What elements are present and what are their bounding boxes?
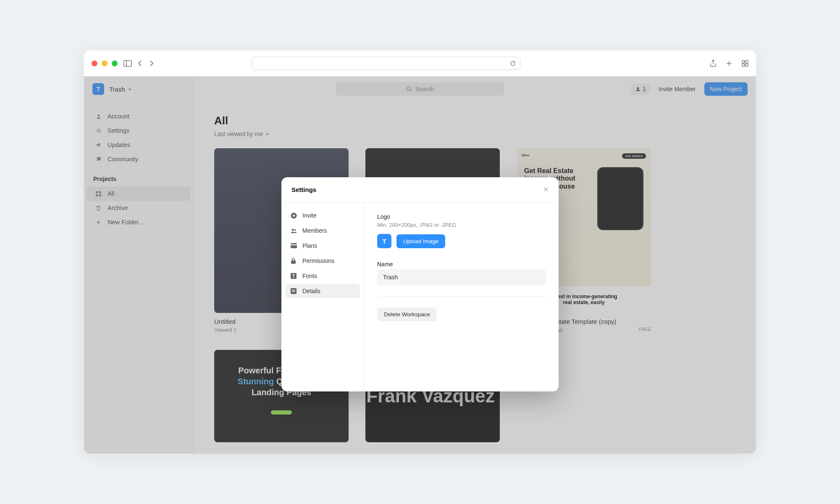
svg-text:T: T bbox=[292, 274, 295, 278]
svg-rect-5 bbox=[746, 64, 748, 66]
modal-title: Settings bbox=[291, 186, 316, 193]
svg-rect-17 bbox=[291, 243, 297, 248]
traffic-lights bbox=[92, 60, 118, 66]
svg-point-15 bbox=[292, 228, 294, 231]
tab-invite[interactable]: Invite bbox=[286, 208, 360, 223]
svg-rect-0 bbox=[124, 60, 131, 66]
minimize-window-icon[interactable] bbox=[102, 60, 108, 66]
back-icon[interactable] bbox=[138, 60, 143, 67]
url-bar[interactable] bbox=[252, 57, 520, 70]
tab-permissions[interactable]: Permissions bbox=[286, 254, 360, 268]
close-icon[interactable]: ✕ bbox=[543, 186, 549, 194]
tab-plans[interactable]: Plans bbox=[286, 239, 360, 253]
close-window-icon[interactable] bbox=[92, 60, 97, 66]
plus-circle-icon bbox=[291, 213, 297, 219]
reload-icon[interactable] bbox=[510, 60, 516, 66]
settings-modal: Settings ✕ Invite Members Plans bbox=[281, 177, 559, 391]
tab-fonts[interactable]: T Fonts bbox=[286, 269, 360, 283]
svg-rect-23 bbox=[292, 290, 295, 291]
tab-details[interactable]: Details bbox=[286, 284, 360, 298]
forward-icon[interactable] bbox=[149, 60, 154, 67]
svg-rect-18 bbox=[291, 244, 297, 245]
svg-rect-19 bbox=[291, 260, 296, 264]
modal-sidebar: Invite Members Plans Permissions bbox=[281, 202, 365, 391]
workspace-name-input[interactable] bbox=[377, 269, 546, 285]
browser-window: T Trash Search 1 Invite Member New Proje… bbox=[84, 50, 756, 454]
svg-point-16 bbox=[294, 229, 296, 231]
modal-content: Logo Min. 200×200px, .PNG or .JPEG T Upl… bbox=[365, 202, 559, 391]
titlebar bbox=[84, 50, 756, 76]
logo-label: Logo bbox=[377, 213, 546, 220]
upload-image-button[interactable]: Upload Image bbox=[396, 234, 445, 248]
details-icon bbox=[291, 288, 297, 294]
tabs-grid-icon[interactable] bbox=[742, 60, 748, 67]
new-tab-icon[interactable] bbox=[726, 60, 732, 67]
font-icon: T bbox=[291, 273, 297, 279]
svg-rect-4 bbox=[742, 64, 745, 66]
logo-hint: Min. 200×200px, .PNG or .JPEG bbox=[377, 222, 546, 228]
svg-rect-2 bbox=[742, 60, 745, 63]
card-icon bbox=[291, 243, 297, 248]
svg-rect-3 bbox=[746, 60, 748, 63]
people-icon bbox=[291, 228, 297, 234]
maximize-window-icon[interactable] bbox=[112, 60, 118, 66]
modal-overlay[interactable]: Settings ✕ Invite Members Plans bbox=[84, 76, 756, 454]
delete-workspace-button[interactable]: Delete Workspace bbox=[377, 307, 437, 321]
lock-icon bbox=[291, 258, 297, 264]
sidebar-toggle-icon[interactable] bbox=[123, 60, 132, 67]
share-icon[interactable] bbox=[710, 60, 717, 67]
tab-members[interactable]: Members bbox=[286, 223, 360, 238]
divider bbox=[377, 296, 546, 297]
name-label: Name bbox=[377, 261, 546, 268]
logo-preview: T bbox=[377, 234, 391, 248]
svg-rect-24 bbox=[292, 291, 295, 292]
